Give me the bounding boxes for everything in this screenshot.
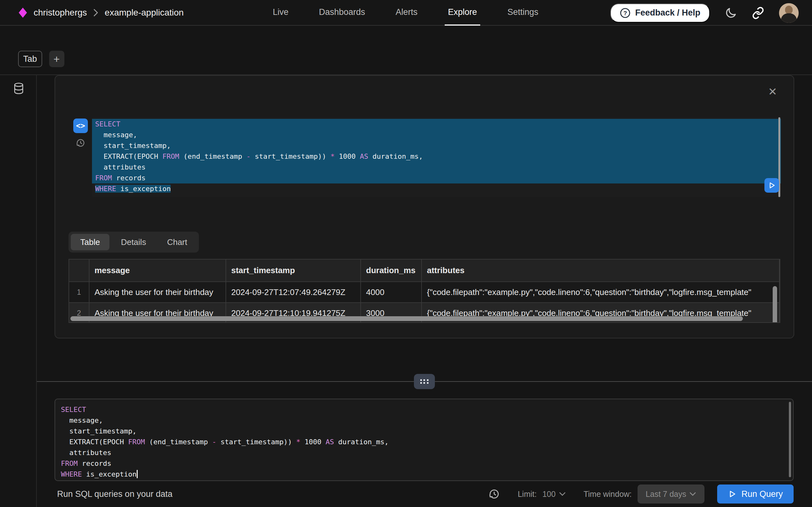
database-icon bbox=[13, 82, 24, 95]
chevron-down-icon bbox=[559, 492, 566, 496]
grip-dots-icon bbox=[419, 379, 429, 384]
nav-item-live[interactable]: Live bbox=[270, 0, 292, 26]
tab-bar: Tab + bbox=[18, 51, 64, 67]
run-query-label: Run Query bbox=[741, 489, 783, 499]
row-number-header bbox=[69, 260, 90, 282]
sql-editor[interactable]: SELECT message, start_timestamp, EXTRACT… bbox=[55, 399, 794, 481]
share-link-button[interactable] bbox=[752, 7, 764, 19]
table-row[interactable]: 1 Asking the user for their birthday 202… bbox=[69, 282, 780, 303]
nav-item-explore[interactable]: Explore bbox=[445, 0, 480, 26]
schema-sidebar-button[interactable] bbox=[13, 82, 24, 95]
logfire-logo-icon[interactable] bbox=[18, 7, 27, 18]
play-icon bbox=[728, 490, 736, 498]
moon-icon bbox=[724, 7, 737, 19]
run-query-button[interactable]: Run Query bbox=[717, 485, 794, 504]
limit-label: Limit: bbox=[518, 490, 537, 499]
question-circle-icon: ? bbox=[620, 8, 630, 18]
table-vertical-scrollbar[interactable] bbox=[773, 286, 777, 323]
code-gutter: <> bbox=[69, 117, 92, 197]
nav-item-alerts[interactable]: Alerts bbox=[392, 0, 420, 26]
close-card-button[interactable]: ✕ bbox=[768, 85, 777, 98]
breadcrumb-org[interactable]: christophergs bbox=[34, 8, 87, 18]
feedback-help-button[interactable]: ? Feedback / Help bbox=[610, 3, 710, 22]
view-tab-details[interactable]: Details bbox=[111, 234, 155, 250]
breadcrumb: christophergs example-application bbox=[0, 7, 184, 18]
table-header-row: message start_timestamp duration_ms attr… bbox=[69, 260, 780, 282]
col-header-attributes[interactable]: attributes bbox=[422, 260, 780, 282]
breadcrumb-project[interactable]: example-application bbox=[105, 8, 184, 18]
sidebar-divider bbox=[36, 74, 37, 507]
link-icon bbox=[752, 7, 764, 19]
user-avatar[interactable] bbox=[779, 3, 799, 23]
results-table: message start_timestamp duration_ms attr… bbox=[68, 259, 780, 323]
nav-item-dashboards[interactable]: Dashboards bbox=[316, 0, 368, 26]
splitter-handle[interactable] bbox=[414, 374, 435, 389]
query-history-card: Sep 27, 13:12 ✕ <> SELECT message, start… bbox=[55, 75, 794, 338]
history-button[interactable] bbox=[76, 138, 85, 148]
col-header-duration-ms[interactable]: duration_ms bbox=[361, 260, 422, 282]
time-window-select[interactable]: Last 7 days bbox=[638, 485, 705, 504]
query-history-button[interactable] bbox=[489, 488, 500, 500]
table-horizontal-scrollbar[interactable] bbox=[70, 316, 743, 321]
view-tab-table[interactable]: Table bbox=[71, 234, 109, 250]
code-button[interactable]: <> bbox=[73, 118, 88, 133]
history-icon bbox=[489, 488, 500, 500]
time-window-label: Time window: bbox=[583, 490, 632, 499]
chevron-down-icon bbox=[689, 492, 696, 496]
view-tab-chart[interactable]: Chart bbox=[158, 234, 197, 250]
nav-right-group: ? Feedback / Help bbox=[610, 0, 799, 26]
footer-bar: Run SQL queries on your data Limit: 100 … bbox=[0, 481, 812, 507]
tab-chip[interactable]: Tab bbox=[18, 51, 42, 67]
editor-scrollbar[interactable] bbox=[789, 402, 791, 477]
col-header-message[interactable]: message bbox=[90, 260, 226, 282]
add-tab-button[interactable]: + bbox=[49, 51, 64, 67]
svg-text:?: ? bbox=[623, 10, 627, 16]
run-preview-button[interactable] bbox=[764, 178, 779, 193]
play-icon bbox=[768, 181, 775, 189]
main-nav: Live Dashboards Alerts Explore Settings bbox=[270, 0, 542, 26]
query-code-block: <> SELECT message, start_timestamp, EXTR… bbox=[69, 117, 781, 197]
history-icon bbox=[76, 138, 85, 148]
limit-select[interactable]: 100 bbox=[542, 490, 566, 499]
col-header-start-timestamp[interactable]: start_timestamp bbox=[226, 260, 361, 282]
sql-preview[interactable]: SELECT message, start_timestamp, EXTRACT… bbox=[92, 117, 781, 197]
footer-hint: Run SQL queries on your data bbox=[57, 489, 172, 499]
theme-toggle-button[interactable] bbox=[724, 7, 737, 19]
view-tabs: Table Details Chart bbox=[68, 232, 199, 252]
nav-item-settings[interactable]: Settings bbox=[504, 0, 542, 26]
breadcrumb-chevron-icon bbox=[93, 9, 98, 17]
feedback-help-label: Feedback / Help bbox=[635, 8, 700, 18]
top-nav: christophergs example-application Live D… bbox=[0, 0, 812, 26]
